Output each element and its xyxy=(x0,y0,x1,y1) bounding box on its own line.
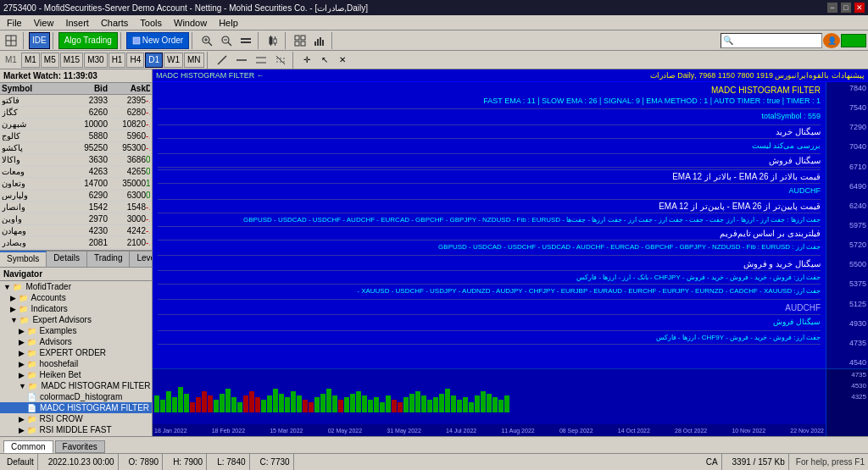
histogram-bar xyxy=(166,391,171,412)
svg-rect-3 xyxy=(133,37,140,44)
tab-levels[interactable]: Levels xyxy=(130,251,153,267)
draw-hline-button[interactable] xyxy=(232,52,251,69)
menu-insert[interactable]: Insert xyxy=(60,17,94,29)
tf-h4[interactable]: H4 xyxy=(126,53,144,68)
nav-tree-item[interactable]: ▶ 📁STOCH CROW xyxy=(0,435,152,436)
market-watch-row[interactable]: ومهادن 4230 4242 -0.59% xyxy=(0,225,152,237)
tf-d1[interactable]: D1 xyxy=(145,53,163,68)
chart-header: پیشنهادات بالقوه‌ایرانبورس 1919 7800 115… xyxy=(153,69,868,82)
zoom-out-button[interactable] xyxy=(217,32,236,49)
tab-trading[interactable]: Trading xyxy=(87,251,131,267)
market-watch-row[interactable]: وانصار 1542 1548 -1.00% xyxy=(0,202,152,213)
svg-rect-24 xyxy=(317,39,319,46)
tab-symbols[interactable]: Symbols xyxy=(0,251,47,267)
status-ca: CA xyxy=(703,454,722,470)
histogram-bar xyxy=(225,389,231,412)
nav-tree-item[interactable]: ▼ 📁MofidTrader xyxy=(0,281,152,292)
market-watch-row[interactable]: وبصادر 2081 2100 -0.33% xyxy=(0,237,152,249)
nav-tree-item[interactable]: ▶ 📁Indicators xyxy=(0,303,152,314)
search-input[interactable] xyxy=(721,33,822,48)
menu-charts[interactable]: Charts xyxy=(96,17,133,29)
histogram-bar xyxy=(398,402,403,412)
tab-common[interactable]: Common xyxy=(3,440,53,453)
menu-view[interactable]: View xyxy=(29,17,59,29)
ide-button[interactable]: IDE xyxy=(29,32,50,49)
new-order-button[interactable]: New Order xyxy=(126,32,189,49)
histogram-bar xyxy=(314,397,320,412)
tf-m15[interactable]: M15 xyxy=(60,53,83,68)
chart-content[interactable]: MADC HISTOGRAM FILTER FAST EMA : 11 | SL… xyxy=(153,82,826,368)
svg-rect-19 xyxy=(295,36,299,40)
algo-trading-button[interactable]: Algo Trading xyxy=(58,32,118,49)
market-watch-row[interactable]: واوین 2970 3000 -1.00% xyxy=(0,213,152,225)
tf-h1[interactable]: H1 xyxy=(108,53,126,68)
zoom-in-button[interactable] xyxy=(198,32,216,49)
bottom-strip: 18 Jan 2022 18 Feb 2022 15 Mar 2022 02 M… xyxy=(153,368,868,436)
draw-line-button[interactable] xyxy=(213,52,231,69)
nav-tree-item[interactable]: ▶ 📁Heiken Bet xyxy=(0,369,152,380)
nav-item-icon: 📄 xyxy=(27,393,36,401)
draw-channel-button[interactable] xyxy=(252,52,270,69)
market-watch-row[interactable]: کگاز 6260 6280 -0.63% xyxy=(0,107,152,119)
mw-ask: 6280 xyxy=(108,108,146,117)
profile-button[interactable]: 👤 xyxy=(823,33,840,48)
histogram-bar xyxy=(255,397,260,412)
tab-favorites[interactable]: Favorites xyxy=(55,440,105,453)
mw-bid: 14700 xyxy=(70,179,108,188)
tf-m1[interactable]: M1 xyxy=(21,53,40,68)
market-watch-row[interactable]: شبهرن 10000 10820 -0.82% xyxy=(0,119,152,130)
tf-m30[interactable]: M30 xyxy=(84,53,107,68)
menu-window[interactable]: Window xyxy=(169,17,212,29)
market-watch-row[interactable]: پاکشو 95250 95300 -0.07% xyxy=(0,142,152,154)
separator4 xyxy=(192,32,195,49)
menu-help[interactable]: Help xyxy=(214,17,243,29)
chart-area[interactable]: پیشنهادات بالقوه‌ایرانبورس 1919 7800 115… xyxy=(153,69,868,436)
nav-tree-item[interactable]: ▶ 📁Advisors xyxy=(0,336,152,347)
nav-tree-item[interactable]: ▼ 📁Expert Advisors xyxy=(0,314,152,325)
nav-tree-item[interactable]: ▶ 📁Examples xyxy=(0,325,152,336)
price-7540: 7540 xyxy=(828,103,866,112)
delete-button[interactable]: ✕ xyxy=(334,52,351,69)
tf-mn[interactable]: MN xyxy=(184,53,204,68)
nav-tree-item[interactable]: 📄colormacD_histogram xyxy=(0,391,152,402)
arrow-button[interactable]: ↖ xyxy=(316,52,333,69)
status-default: Default xyxy=(3,454,38,470)
status-datetime: 2022.10.23 00:00 xyxy=(45,454,119,470)
close-button[interactable]: ✕ xyxy=(854,3,865,13)
nav-item-icon: ▶ 📁 xyxy=(19,360,36,368)
market-watch-row[interactable]: فاکتو 2393 2395 -1.68% xyxy=(0,95,152,107)
nav-tree-item[interactable]: ▶ 📁Accounts xyxy=(0,292,152,303)
market-watch-row[interactable]: ولپارس 6290 6300 0.16% xyxy=(0,190,152,202)
histogram-area[interactable] xyxy=(153,369,826,424)
tf-w1[interactable]: W1 xyxy=(164,53,183,68)
minimize-button[interactable]: − xyxy=(827,3,837,13)
grid-button[interactable] xyxy=(291,32,309,49)
nav-tree-item[interactable]: ▼ 📁MADC HISTOGRAM FILTER xyxy=(0,380,152,391)
nav-tree-item[interactable]: ▶ 📁RSI MIDDLE FAST xyxy=(0,424,152,435)
menu-tools[interactable]: Tools xyxy=(135,17,167,29)
nav-tree-item[interactable]: ▶ 📁EXPERT ORDER xyxy=(0,347,152,358)
nav-tree-item[interactable]: 📄MADC HISTOGRAM FILTER xyxy=(0,402,152,413)
nav-tree-item[interactable]: ▶ 📁hooshefail xyxy=(0,358,152,369)
market-watch-row[interactable]: واکالا 3630 3686 0.07% xyxy=(0,154,152,166)
nav-tree-item[interactable]: ▶ 📁RSI CROW xyxy=(0,413,152,424)
properties-button[interactable] xyxy=(236,32,255,49)
tf-m5[interactable]: M5 xyxy=(41,53,59,68)
histogram-bar xyxy=(285,397,290,412)
fibonacci-button[interactable] xyxy=(271,52,290,69)
nav-item-icon: ▶ 📁 xyxy=(19,371,36,379)
menu-file[interactable]: File xyxy=(2,17,27,29)
histogram-bar xyxy=(487,394,492,412)
maximize-button[interactable]: □ xyxy=(841,3,851,13)
tab-details[interactable]: Details xyxy=(47,251,87,267)
candlestick-button[interactable] xyxy=(264,32,282,49)
market-watch-row[interactable]: کالوج 5880 5960 -0.84% xyxy=(0,130,152,142)
mw-symbol: شبهرن xyxy=(2,119,70,129)
new-chart-button[interactable] xyxy=(2,32,20,49)
market-watch-row[interactable]: وتعاون 14700 35000 1.19% xyxy=(0,178,152,190)
market-watch-row[interactable]: ومعات 4263 4265 0.54% xyxy=(0,166,152,178)
price-6710: 6710 xyxy=(828,163,866,171)
crosshair-button[interactable]: ✛ xyxy=(298,52,315,69)
volume-button[interactable] xyxy=(310,32,329,49)
svg-rect-23 xyxy=(314,41,316,46)
